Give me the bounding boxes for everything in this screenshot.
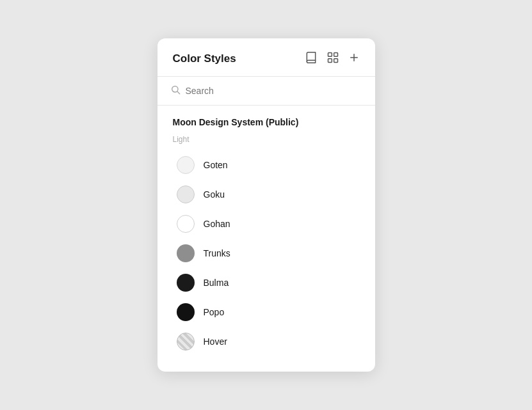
color-swatch-popo: [177, 303, 195, 321]
color-name: Gohan: [204, 219, 230, 229]
list-item[interactable]: Goku: [173, 180, 360, 209]
color-name: Bulma: [204, 278, 229, 288]
color-swatch-goten: [177, 156, 195, 174]
search-icon: [170, 84, 181, 97]
color-swatch-goku: [177, 185, 195, 203]
list-item[interactable]: Bulma: [173, 268, 360, 297]
grid-icon[interactable]: [326, 51, 339, 66]
svg-line-7: [177, 91, 180, 94]
color-styles-panel: Color Styles: [157, 38, 375, 372]
plus-svg: [348, 52, 360, 63]
color-name: Goku: [204, 189, 225, 200]
color-swatch-bulma: [177, 274, 195, 292]
search-input[interactable]: [186, 86, 362, 96]
panel-title: Color Styles: [173, 52, 236, 65]
color-swatch-gohan: [177, 215, 195, 233]
plus-icon[interactable]: [348, 52, 360, 65]
library-name: Moon Design System (Public): [173, 117, 360, 127]
section-label-light: Light: [173, 135, 360, 144]
list-item[interactable]: Trunks: [173, 239, 360, 268]
svg-rect-0: [328, 53, 332, 57]
header-icons: [305, 51, 360, 66]
panel-body: Moon Design System (Public) Light Goten …: [157, 106, 375, 372]
book-svg: [305, 51, 318, 64]
color-name: Hover: [204, 336, 227, 347]
list-item[interactable]: Goten: [173, 150, 360, 180]
color-swatch-trunks: [177, 244, 195, 262]
search-svg: [170, 84, 181, 95]
color-name: Popo: [204, 307, 225, 317]
list-item[interactable]: Hover: [173, 327, 360, 356]
svg-rect-2: [328, 59, 332, 63]
grid-svg: [326, 51, 339, 64]
color-list: Goten Goku Gohan Trunks Bulma: [173, 150, 360, 356]
color-name: Goten: [204, 160, 228, 170]
color-swatch-hover: [177, 333, 195, 351]
list-item[interactable]: Popo: [173, 297, 360, 327]
color-name: Trunks: [204, 248, 230, 258]
search-bar: [157, 77, 375, 106]
svg-rect-3: [334, 59, 337, 63]
list-item[interactable]: Gohan: [173, 209, 360, 239]
panel-header: Color Styles: [157, 38, 375, 77]
book-icon[interactable]: [305, 51, 318, 66]
svg-rect-1: [334, 53, 337, 57]
